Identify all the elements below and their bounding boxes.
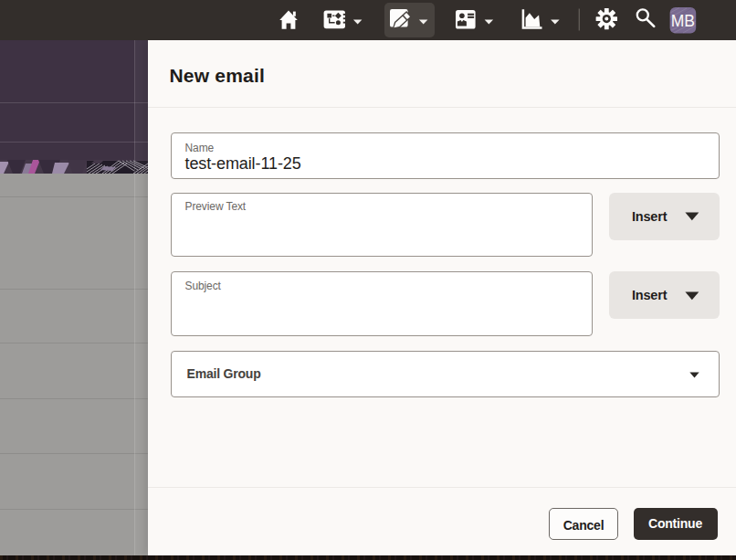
svg-text:MB: MB: [671, 12, 695, 30]
